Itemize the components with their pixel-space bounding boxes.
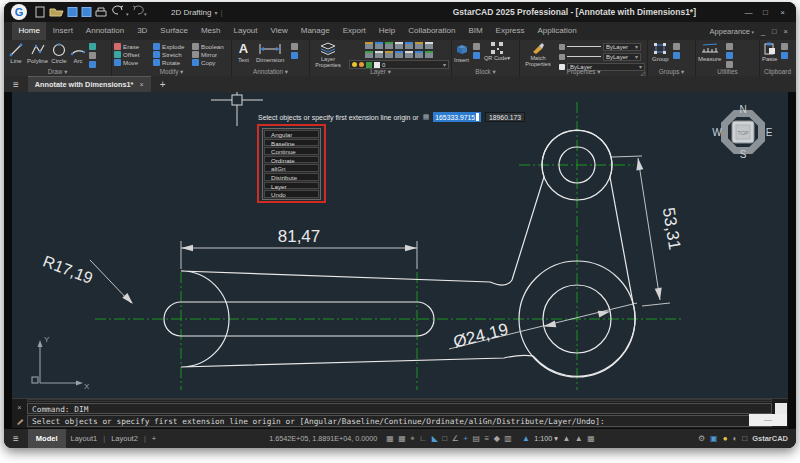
annotation-monitor-icon[interactable]: ▥ <box>504 434 512 443</box>
stretch-tool[interactable]: Stretch <box>153 51 192 58</box>
mirror-tool[interactable]: Mirror <box>192 51 231 58</box>
quick-calc-icon[interactable] <box>726 43 733 50</box>
close-command-icon[interactable]: × <box>17 403 21 412</box>
layer-state-icon[interactable] <box>425 42 433 49</box>
explode-tool[interactable]: Explode <box>153 43 192 50</box>
layer-state-icon[interactable] <box>405 51 413 58</box>
tab-manage[interactable]: Manage <box>294 22 336 40</box>
hardware-acceleration-bulb-icon[interactable]: ● <box>723 434 728 443</box>
command-input-line[interactable]: Select objects or specify first extensio… <box>27 415 772 427</box>
selection-cycling-icon[interactable]: ◆ <box>494 434 500 443</box>
lock-ui-icon[interactable]: ▣ <box>710 434 718 443</box>
annotation-visibility-icon[interactable]: ▲ <box>522 434 530 443</box>
mdi-restore-button[interactable]: □ <box>772 27 777 36</box>
doc-menu-icon[interactable]: ≡ <box>13 79 19 90</box>
command-expand-button[interactable]: — <box>749 414 787 426</box>
group-tool[interactable]: Group <box>652 42 669 62</box>
panel-label-groups[interactable]: Groups ▾ <box>648 67 695 76</box>
snap-mode-icon[interactable]: ▦ <box>398 434 406 443</box>
clean-screen-icon[interactable]: □ <box>742 434 747 443</box>
insert-block-tool[interactable]: Insert <box>454 42 469 63</box>
lineweight-display-icon[interactable]: ▤ <box>472 434 480 443</box>
layer-state-icon[interactable] <box>375 42 383 49</box>
tab-layout1[interactable]: Layout1 <box>66 434 103 443</box>
dynamic-ucs-icon[interactable]: ∠ <box>452 434 459 443</box>
tab-insert[interactable]: Insert <box>46 22 79 40</box>
layer-state-icon[interactable] <box>395 51 403 58</box>
tab-mesh[interactable]: Mesh <box>194 22 227 40</box>
polyline-tool[interactable]: Polyline <box>27 42 48 64</box>
tab-close-icon[interactable]: × <box>139 80 143 89</box>
minimize-button[interactable]: — <box>741 8 756 17</box>
quick-access-toolbar[interactable]: ▾ ▾ <box>34 5 162 19</box>
panel-label-clipboard[interactable]: Clipboard <box>760 67 795 76</box>
object-track-icon[interactable]: □ <box>442 434 447 443</box>
navcube[interactable]: TOP N E S W <box>712 104 772 160</box>
id-point-icon[interactable] <box>726 52 733 59</box>
dynamic-input-y-field[interactable]: 18960.173 <box>485 112 525 122</box>
tab-layout[interactable]: Layout <box>227 22 264 40</box>
layer-state-icon[interactable] <box>425 51 433 58</box>
annotation-scale-icon[interactable]: ▲ <box>575 434 583 443</box>
block-attr-icon[interactable] <box>473 52 480 59</box>
color-dropdown[interactable]: ByLayer▾ <box>603 43 641 51</box>
copy-clip-icon[interactable] <box>781 52 788 59</box>
navcube-west[interactable]: W <box>712 127 722 138</box>
ungroup-icon[interactable] <box>673 43 680 50</box>
group-edit-icon[interactable] <box>673 52 680 59</box>
table-tool-icon[interactable] <box>291 52 298 59</box>
dimension-tool[interactable]: Dimension <box>256 42 284 63</box>
redo-dropdown-caret[interactable]: ▾ <box>144 11 147 17</box>
layer-properties-tool[interactable]: Layer Properties <box>312 42 344 68</box>
mdi-minimize-button[interactable]: _ <box>761 27 765 36</box>
navcube-east[interactable]: E <box>766 127 773 138</box>
layer-state-icon[interactable] <box>375 51 383 58</box>
document-tab-active[interactable]: Annotate with Dimensions1* × <box>28 76 151 92</box>
tab-bim[interactable]: BIM <box>462 22 489 40</box>
gear-icon[interactable]: ⚙ <box>698 434 705 443</box>
appearance-menu[interactable]: Appearance ▾ <box>710 27 754 36</box>
undo-dropdown-caret[interactable]: ▾ <box>126 11 129 17</box>
layer-state-icon[interactable] <box>365 42 373 49</box>
navcube-north[interactable]: N <box>739 104 746 115</box>
tab-home[interactable]: Home <box>12 22 46 40</box>
layer-state-icon[interactable] <box>365 51 373 58</box>
command-scrollbar[interactable] <box>775 403 787 414</box>
leader-tool-icon[interactable] <box>291 43 298 50</box>
dynamic-input-x-field[interactable]: 165333.9715 <box>433 112 481 122</box>
panel-label-draw[interactable]: Draw ▾ <box>4 67 111 76</box>
workspace-grid-icon[interactable]: ▦ <box>587 434 595 443</box>
tab-express[interactable]: Express <box>489 22 531 40</box>
arc-tool[interactable]: Arc <box>70 42 86 64</box>
cut-icon[interactable] <box>781 43 788 50</box>
tab-view[interactable]: View <box>264 22 294 40</box>
new-tab-button[interactable]: + <box>160 79 166 90</box>
add-layout-button[interactable]: + <box>147 434 161 443</box>
hatch-tool-icon[interactable] <box>89 52 96 59</box>
offset-tool[interactable]: Offset <box>114 51 153 58</box>
match-properties-tool[interactable]: Match Properties <box>522 42 554 67</box>
status-menu-icon[interactable]: ≡ <box>13 433 19 444</box>
tab-help[interactable]: Help <box>372 22 401 40</box>
panel-label-annotation[interactable]: Annotation ▾ <box>232 67 309 76</box>
workspace-switcher[interactable]: 2D Drafting ▾ | <box>171 8 223 17</box>
customize-pencil-icon[interactable] <box>16 417 24 425</box>
linetype-dropdown[interactable]: ByLayer▾ <box>603 53 641 61</box>
layer-state-icon[interactable] <box>415 51 423 58</box>
paste-tool[interactable]: Paste <box>762 42 777 62</box>
polar-tracking-icon[interactable]: ⌖ <box>410 434 415 444</box>
tab-application[interactable]: Application <box>531 22 583 40</box>
autoscale-icon[interactable]: ▲ <box>562 434 570 443</box>
block-edit-icon[interactable] <box>473 43 480 50</box>
panel-label-properties[interactable]: Properties ▾ <box>520 67 647 76</box>
dynamic-input-toggle-icon[interactable]: + <box>463 434 468 443</box>
isolate-objects-icon[interactable]: ◐ <box>732 434 737 443</box>
tab-model[interactable]: Model <box>28 429 66 449</box>
tab-layout2[interactable]: Layout2 <box>106 434 143 443</box>
transparency-icon[interactable]: ≡ <box>485 434 490 443</box>
text-tool[interactable]: A Text <box>238 42 249 63</box>
panel-label-utilities[interactable]: Utilities <box>696 67 759 76</box>
tab-annotation[interactable]: Annotation <box>79 22 130 40</box>
rotate-tool[interactable]: Rotate <box>153 59 192 66</box>
layer-state-icon[interactable] <box>385 51 393 58</box>
